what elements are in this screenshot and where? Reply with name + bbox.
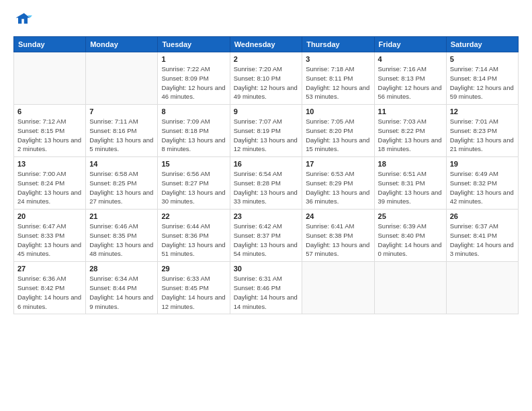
day-number: 14 <box>89 160 154 168</box>
calendar-cell: 4Sunrise: 7:16 AM Sunset: 8:13 PM Daylig… <box>374 52 446 105</box>
day-info: Sunrise: 6:37 AM Sunset: 8:41 PM Dayligh… <box>450 222 515 259</box>
logo <box>13 11 35 30</box>
day-number: 12 <box>450 107 515 116</box>
day-info: Sunrise: 6:44 AM Sunset: 8:36 PM Dayligh… <box>161 222 226 259</box>
day-info: Sunrise: 6:31 AM Sunset: 8:46 PM Dayligh… <box>234 274 299 311</box>
day-number: 3 <box>306 55 370 63</box>
day-number: 13 <box>17 160 82 168</box>
calendar-cell: 25Sunrise: 6:39 AM Sunset: 8:40 PM Dayli… <box>374 210 446 262</box>
calendar-cell <box>86 52 158 105</box>
day-info: Sunrise: 7:16 AM Sunset: 8:13 PM Dayligh… <box>378 64 443 101</box>
calendar-cell <box>446 262 518 314</box>
header <box>13 11 519 30</box>
day-info: Sunrise: 7:00 AM Sunset: 8:24 PM Dayligh… <box>17 169 82 206</box>
day-info: Sunrise: 6:47 AM Sunset: 8:33 PM Dayligh… <box>17 222 82 259</box>
day-info: Sunrise: 6:51 AM Sunset: 8:31 PM Dayligh… <box>378 169 443 206</box>
calendar-table: SundayMondayTuesdayWednesdayThursdayFrid… <box>13 36 519 314</box>
day-number: 9 <box>234 107 299 116</box>
day-info: Sunrise: 6:46 AM Sunset: 8:35 PM Dayligh… <box>89 222 154 259</box>
weekday-header-saturday: Saturday <box>446 37 518 52</box>
day-number: 25 <box>378 212 443 220</box>
calendar-cell: 3Sunrise: 7:18 AM Sunset: 8:11 PM Daylig… <box>302 52 374 105</box>
calendar-cell: 7Sunrise: 7:11 AM Sunset: 8:16 PM Daylig… <box>86 105 158 157</box>
day-number: 6 <box>17 107 82 116</box>
day-info: Sunrise: 6:34 AM Sunset: 8:44 PM Dayligh… <box>89 274 154 311</box>
logo-icon <box>13 11 32 30</box>
day-info: Sunrise: 6:54 AM Sunset: 8:28 PM Dayligh… <box>234 169 299 206</box>
day-info: Sunrise: 6:49 AM Sunset: 8:32 PM Dayligh… <box>450 169 515 206</box>
day-number: 28 <box>89 265 154 273</box>
day-info: Sunrise: 7:22 AM Sunset: 8:09 PM Dayligh… <box>161 64 226 101</box>
calendar-cell: 14Sunrise: 6:58 AM Sunset: 8:25 PM Dayli… <box>86 157 158 210</box>
day-info: Sunrise: 6:58 AM Sunset: 8:25 PM Dayligh… <box>89 169 154 206</box>
weekday-header-friday: Friday <box>374 37 446 52</box>
weekday-header-monday: Monday <box>86 37 158 52</box>
calendar-cell: 12Sunrise: 7:01 AM Sunset: 8:23 PM Dayli… <box>446 105 518 157</box>
week-row-1: 1Sunrise: 7:22 AM Sunset: 8:09 PM Daylig… <box>14 52 519 105</box>
calendar-cell: 28Sunrise: 6:34 AM Sunset: 8:44 PM Dayli… <box>86 262 158 314</box>
day-number: 4 <box>378 55 443 63</box>
day-number: 18 <box>378 160 443 168</box>
day-info: Sunrise: 7:11 AM Sunset: 8:16 PM Dayligh… <box>89 117 154 154</box>
day-number: 20 <box>17 212 82 220</box>
calendar-cell: 23Sunrise: 6:42 AM Sunset: 8:37 PM Dayli… <box>230 210 302 262</box>
day-info: Sunrise: 6:56 AM Sunset: 8:27 PM Dayligh… <box>161 169 226 206</box>
calendar-cell: 2Sunrise: 7:20 AM Sunset: 8:10 PM Daylig… <box>230 52 302 105</box>
day-info: Sunrise: 6:36 AM Sunset: 8:42 PM Dayligh… <box>17 274 82 311</box>
weekday-header-wednesday: Wednesday <box>230 37 302 52</box>
calendar-cell: 19Sunrise: 6:49 AM Sunset: 8:32 PM Dayli… <box>446 157 518 210</box>
weekday-header-thursday: Thursday <box>302 37 374 52</box>
calendar-cell: 29Sunrise: 6:33 AM Sunset: 8:45 PM Dayli… <box>158 262 230 314</box>
calendar-cell: 22Sunrise: 6:44 AM Sunset: 8:36 PM Dayli… <box>158 210 230 262</box>
calendar-cell: 10Sunrise: 7:05 AM Sunset: 8:20 PM Dayli… <box>302 105 374 157</box>
calendar-cell: 15Sunrise: 6:56 AM Sunset: 8:27 PM Dayli… <box>158 157 230 210</box>
day-number: 27 <box>17 265 82 273</box>
day-number: 26 <box>450 212 515 220</box>
day-info: Sunrise: 6:39 AM Sunset: 8:40 PM Dayligh… <box>378 222 443 259</box>
calendar-cell: 9Sunrise: 7:07 AM Sunset: 8:19 PM Daylig… <box>230 105 302 157</box>
calendar-cell: 24Sunrise: 6:41 AM Sunset: 8:38 PM Dayli… <box>302 210 374 262</box>
day-number: 24 <box>306 212 370 220</box>
calendar-cell: 27Sunrise: 6:36 AM Sunset: 8:42 PM Dayli… <box>14 262 86 314</box>
weekday-header-sunday: Sunday <box>14 37 86 52</box>
day-number: 19 <box>450 160 515 168</box>
calendar-cell: 1Sunrise: 7:22 AM Sunset: 8:09 PM Daylig… <box>158 52 230 105</box>
weekday-header-row: SundayMondayTuesdayWednesdayThursdayFrid… <box>14 37 519 52</box>
week-row-2: 6Sunrise: 7:12 AM Sunset: 8:15 PM Daylig… <box>14 105 519 157</box>
day-info: Sunrise: 7:09 AM Sunset: 8:18 PM Dayligh… <box>161 117 226 154</box>
day-number: 8 <box>161 107 226 116</box>
day-number: 30 <box>234 265 299 273</box>
day-number: 21 <box>89 212 154 220</box>
day-number: 16 <box>234 160 299 168</box>
calendar-cell: 20Sunrise: 6:47 AM Sunset: 8:33 PM Dayli… <box>14 210 86 262</box>
day-info: Sunrise: 7:18 AM Sunset: 8:11 PM Dayligh… <box>306 64 370 101</box>
calendar-cell: 5Sunrise: 7:14 AM Sunset: 8:14 PM Daylig… <box>446 52 518 105</box>
week-row-3: 13Sunrise: 7:00 AM Sunset: 8:24 PM Dayli… <box>14 157 519 210</box>
day-info: Sunrise: 6:41 AM Sunset: 8:38 PM Dayligh… <box>306 222 370 259</box>
day-number: 15 <box>161 160 226 168</box>
calendar-cell: 16Sunrise: 6:54 AM Sunset: 8:28 PM Dayli… <box>230 157 302 210</box>
calendar-cell: 30Sunrise: 6:31 AM Sunset: 8:46 PM Dayli… <box>230 262 302 314</box>
day-info: Sunrise: 6:42 AM Sunset: 8:37 PM Dayligh… <box>234 222 299 259</box>
day-number: 11 <box>378 107 443 116</box>
calendar-cell <box>14 52 86 105</box>
calendar-cell: 13Sunrise: 7:00 AM Sunset: 8:24 PM Dayli… <box>14 157 86 210</box>
day-info: Sunrise: 7:14 AM Sunset: 8:14 PM Dayligh… <box>450 64 515 101</box>
calendar-cell: 18Sunrise: 6:51 AM Sunset: 8:31 PM Dayli… <box>374 157 446 210</box>
calendar-cell: 11Sunrise: 7:03 AM Sunset: 8:22 PM Dayli… <box>374 105 446 157</box>
day-number: 22 <box>161 212 226 220</box>
day-number: 10 <box>306 107 370 116</box>
weekday-header-tuesday: Tuesday <box>158 37 230 52</box>
day-number: 2 <box>234 55 299 63</box>
calendar-cell: 6Sunrise: 7:12 AM Sunset: 8:15 PM Daylig… <box>14 105 86 157</box>
calendar-cell: 8Sunrise: 7:09 AM Sunset: 8:18 PM Daylig… <box>158 105 230 157</box>
page: SundayMondayTuesdayWednesdayThursdayFrid… <box>0 0 532 411</box>
day-number: 17 <box>306 160 370 168</box>
day-info: Sunrise: 7:01 AM Sunset: 8:23 PM Dayligh… <box>450 117 515 154</box>
calendar-cell: 26Sunrise: 6:37 AM Sunset: 8:41 PM Dayli… <box>446 210 518 262</box>
day-info: Sunrise: 7:20 AM Sunset: 8:10 PM Dayligh… <box>234 64 299 101</box>
day-info: Sunrise: 7:07 AM Sunset: 8:19 PM Dayligh… <box>234 117 299 154</box>
calendar-cell <box>302 262 374 314</box>
day-info: Sunrise: 7:03 AM Sunset: 8:22 PM Dayligh… <box>378 117 443 154</box>
calendar-cell: 17Sunrise: 6:53 AM Sunset: 8:29 PM Dayli… <box>302 157 374 210</box>
